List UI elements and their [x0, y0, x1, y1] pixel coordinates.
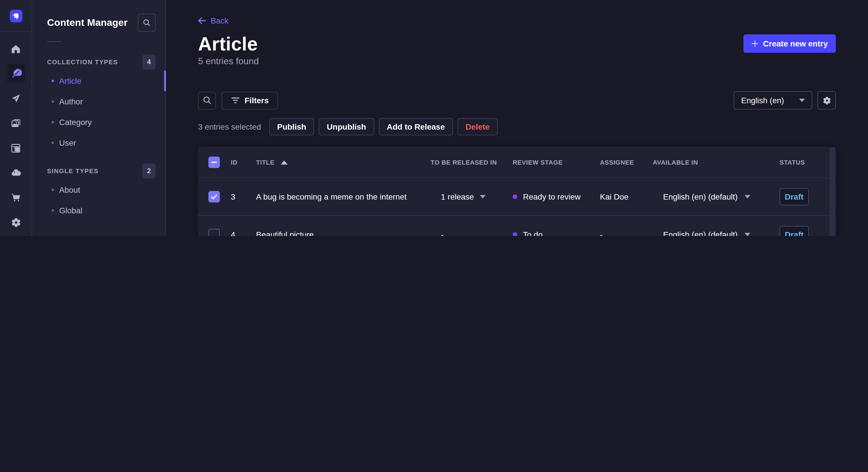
sidebar-item-label: Article: [59, 76, 82, 86]
locale-select[interactable]: English (en): [734, 91, 812, 109]
bullet-icon: [52, 209, 54, 212]
header-cell-available-in[interactable]: AVAILABLE IN: [653, 159, 780, 166]
row-cell-released-in[interactable]: 1 release: [431, 192, 513, 201]
add-to-release-button[interactable]: Add to Release: [379, 118, 453, 135]
row-cell-available-in[interactable]: English (en) (default): [653, 230, 780, 236]
review-stage-value: To do: [523, 230, 543, 236]
table-row[interactable]: 3 A bug is becoming a meme on the intern…: [198, 178, 836, 215]
header-cell-review-stage[interactable]: REVIEW STAGE: [513, 159, 600, 166]
home-icon: [10, 43, 21, 54]
app: KD Content Manager COLLECTION TYPES 4 Ar…: [0, 0, 868, 236]
select-all-checkbox[interactable]: [208, 157, 220, 168]
row-cell-checkbox: [198, 229, 231, 236]
list-settings-button[interactable]: [817, 91, 836, 109]
nav-divider: [0, 31, 32, 32]
single-types-label: SINGLE TYPES: [47, 167, 98, 174]
nav-item-marketplace[interactable]: [7, 189, 25, 207]
bullet-icon: [52, 121, 54, 123]
collection-types-label: COLLECTION TYPES: [47, 59, 118, 65]
stage-dot-icon: [513, 194, 517, 199]
single-types-list: About Global: [32, 179, 165, 221]
sidebar-item-label: Global: [59, 206, 82, 215]
stage-dot-icon: [513, 232, 517, 236]
selected-count-text: 3 entries selected: [198, 122, 261, 131]
row-cell-available-in[interactable]: English (en) (default): [653, 192, 780, 201]
bullet-icon: [52, 80, 54, 82]
chevron-down-icon: [479, 195, 485, 198]
header-cell-id[interactable]: ID: [231, 159, 251, 166]
sidebar-item-label: User: [59, 138, 76, 147]
locale-value: English (en): [741, 96, 784, 105]
row-checkbox[interactable]: [208, 229, 220, 236]
sidebar-item-label: About: [59, 185, 80, 194]
sidebar-item-category[interactable]: Category: [32, 112, 165, 133]
sidebar-item-about[interactable]: About: [32, 179, 165, 200]
subnav-search-button[interactable]: [138, 14, 156, 32]
unpublish-button[interactable]: Unpublish: [319, 118, 374, 135]
indeterminate-dash-icon: [211, 162, 217, 163]
row-cell-assignee: Kai Doe: [600, 192, 653, 201]
nav-item-deploy[interactable]: [7, 164, 25, 182]
row-cell-review-stage: To do: [513, 230, 600, 236]
nav-icons: [7, 40, 25, 232]
chevron-down-icon: [745, 195, 750, 198]
page-title: Article: [198, 33, 836, 55]
create-new-entry-button[interactable]: Create new entry: [743, 34, 836, 53]
table-row[interactable]: 4 Beautiful picture - To do - English (e…: [198, 215, 836, 236]
bullet-icon: [52, 100, 54, 103]
toolbar: Filters English (en): [198, 91, 836, 109]
check-icon: [211, 194, 218, 200]
header-cell-checkbox: [198, 157, 231, 168]
filters-button[interactable]: Filters: [222, 92, 278, 109]
back-link[interactable]: Back: [198, 16, 228, 25]
header-cell-released-in[interactable]: TO BE RELEASED IN: [431, 159, 513, 166]
sort-ascending-icon: [281, 160, 288, 164]
search-icon: [203, 96, 212, 105]
title-row: Article 5 entries found Create new entry: [198, 33, 836, 68]
sidebar-item-article[interactable]: Article: [32, 71, 165, 91]
sub-nav-header: Content Manager: [32, 0, 165, 32]
released-in-value: -: [441, 230, 443, 236]
sidebar-item-label: Author: [59, 97, 83, 106]
search-button[interactable]: [198, 92, 216, 109]
filters-label: Filters: [245, 96, 269, 105]
chevron-down-icon: [799, 99, 805, 102]
gear-icon: [822, 96, 832, 105]
nav-item-content-manager[interactable]: [7, 65, 25, 83]
row-checkbox[interactable]: [208, 191, 220, 202]
gear-icon: [10, 217, 22, 228]
row-cell-title: A bug is becoming a meme on the internet: [251, 192, 431, 201]
collection-types-header: COLLECTION TYPES 4: [32, 55, 165, 69]
toolbar-left: Filters: [198, 92, 278, 109]
header-cell-assignee[interactable]: ASSIGNEE: [600, 159, 653, 166]
paper-plane-icon: [10, 93, 21, 104]
row-cell-released-in: -: [431, 230, 513, 236]
nav-item-home[interactable]: [7, 40, 25, 58]
available-in-value: English (en) (default): [663, 230, 738, 236]
sidebar-item-user[interactable]: User: [32, 133, 165, 153]
nav-item-content-type-builder[interactable]: [7, 139, 25, 157]
row-cell-id: 4: [231, 230, 251, 236]
nav-item-releases[interactable]: [7, 89, 25, 107]
filter-icon: [231, 97, 240, 104]
collection-types-list: Article Author Category User: [32, 71, 165, 153]
nav-item-media-library[interactable]: [7, 114, 25, 133]
table-header-row: ID TITLE TO BE RELEASED IN REVIEW STAGE …: [198, 147, 836, 178]
single-types-header: SINGLE TYPES 2: [32, 164, 165, 178]
sub-nav-title: Content Manager: [47, 17, 128, 28]
single-types-count-badge: 2: [143, 164, 156, 178]
sub-nav-divider: [47, 41, 61, 42]
toolbar-right: English (en): [734, 91, 836, 109]
nav-item-settings[interactable]: [7, 213, 25, 232]
strapi-logo[interactable]: [9, 10, 22, 22]
released-in-value: 1 release: [441, 192, 474, 201]
publish-button[interactable]: Publish: [269, 118, 314, 135]
sidebar-item-global[interactable]: Global: [32, 200, 165, 221]
header-cell-status[interactable]: STATUS: [780, 159, 836, 166]
back-label: Back: [211, 16, 228, 25]
sidebar-item-author[interactable]: Author: [32, 91, 165, 112]
bullet-icon: [52, 142, 54, 144]
header-cell-title[interactable]: TITLE: [251, 159, 431, 166]
delete-button[interactable]: Delete: [458, 118, 498, 135]
chevron-down-icon: [745, 233, 750, 236]
